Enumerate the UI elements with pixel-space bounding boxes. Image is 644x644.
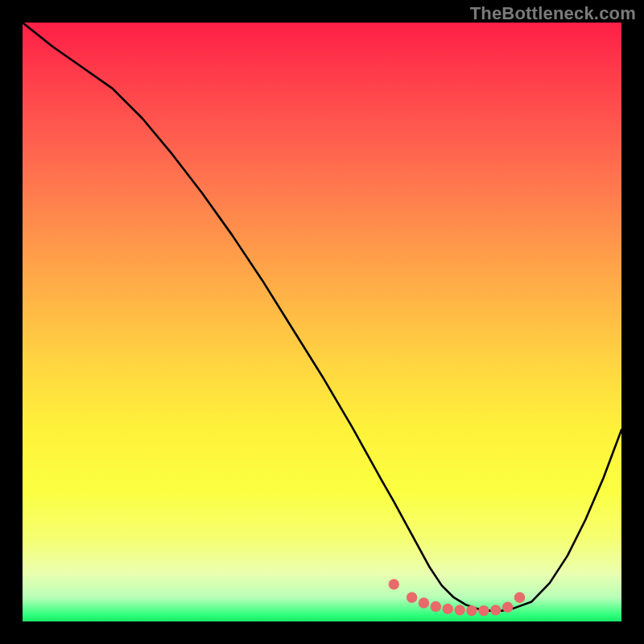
marker-dot: [490, 605, 501, 615]
chart-curve: [23, 23, 621, 611]
marker-dot: [502, 601, 513, 612]
marker-dot: [407, 592, 417, 603]
chart-frame: TheBottleneck.com: [0, 0, 644, 644]
marker-dot: [454, 605, 464, 615]
marker-dot: [478, 605, 489, 616]
watermark-text: TheBottleneck.com: [470, 3, 636, 24]
marker-dot: [431, 601, 441, 612]
marker-dot: [443, 604, 453, 614]
marker-dot: [389, 579, 399, 589]
marker-dot: [514, 592, 525, 603]
plot-area: [23, 23, 621, 621]
marker-dot: [419, 597, 429, 608]
chart-svg: [23, 23, 621, 621]
marker-dot: [466, 605, 477, 616]
marker-cluster: [389, 579, 526, 616]
